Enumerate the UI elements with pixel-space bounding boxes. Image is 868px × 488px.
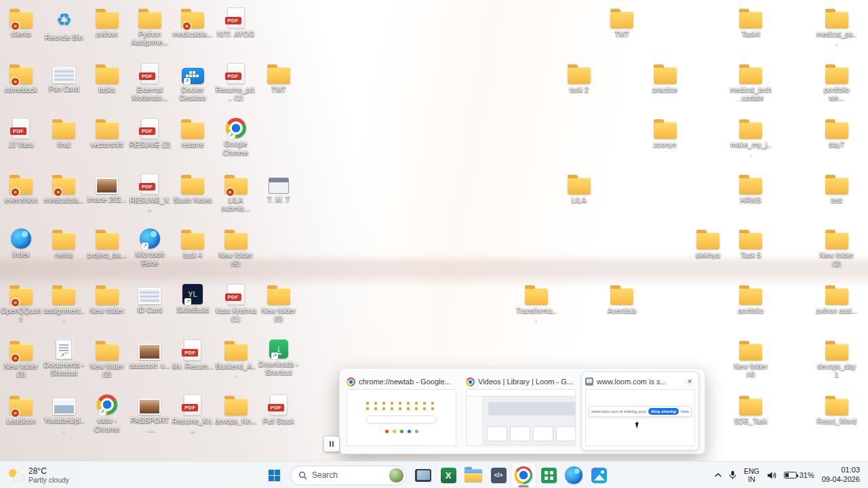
search-input[interactable]: Search <box>290 466 407 485</box>
tray-overflow-button[interactable] <box>711 464 726 486</box>
desktop-icon[interactable]: ID Card <box>129 282 171 335</box>
desktop-icon[interactable]: vectorshift <box>86 116 128 169</box>
desktop-icon[interactable]: × New folder (3) <box>0 338 42 390</box>
desktop-icon[interactable]: SDE_Task <box>730 392 772 445</box>
desktop-icon[interactable]: PDF Resume_pd... (1) <box>215 61 257 114</box>
microphone-in-use-button[interactable] <box>726 464 740 486</box>
desktop-icon[interactable]: × medicalpla... <box>43 171 85 224</box>
desktop-icon[interactable]: ↗ Microsoft Edge <box>129 226 171 279</box>
desktop-icon[interactable]: PASSPORT_... <box>129 392 171 445</box>
desktop-icon[interactable]: PDF External Moderato... <box>129 61 171 114</box>
desktop-icon[interactable]: medical_tech_update <box>730 61 772 114</box>
taskbar-app-excel[interactable]: X <box>436 463 460 487</box>
desktop-icon[interactable]: Pan Card <box>43 61 85 114</box>
desktop-icon[interactable]: ♻ Recycle Bin <box>43 5 85 58</box>
desktop-icon[interactable]: task 4 <box>172 226 214 279</box>
desktop-icon[interactable]: × LILA submis... <box>215 171 257 224</box>
desktop-icon[interactable]: Task 5 <box>730 226 772 279</box>
desktop-icon[interactable]: TMT <box>601 5 643 58</box>
chrome-window-thumbnail-sharing[interactable]: www.loom.com is s... × www.loom.com is s… <box>582 372 698 450</box>
desktop-icon[interactable]: passport_v... <box>129 338 171 390</box>
taskbar-app-file-explorer[interactable] <box>461 463 486 487</box>
desktop-icon[interactable]: ↗ vasu - Chrome <box>86 392 128 445</box>
desktop-icon[interactable]: devops_day1 <box>816 338 858 390</box>
desktop-icon[interactable]: nefria <box>43 226 85 279</box>
desktop-icon[interactable]: PDF My_Resum... <box>172 338 214 390</box>
desktop-icon[interactable]: HRMS <box>730 171 772 224</box>
desktop-icon[interactable]: New folder (2) <box>86 338 128 390</box>
desktop-icon[interactable]: python assi... <box>816 282 858 335</box>
pause-button[interactable] <box>324 436 339 451</box>
desktop-icon[interactable]: restore <box>172 116 214 169</box>
desktop-icon[interactable]: Image 202... <box>86 171 128 224</box>
weather-widget[interactable]: 28°C Partly cloudy <box>3 464 75 487</box>
desktop-icon[interactable]: ↗ Google Chrome <box>215 116 257 169</box>
taskbar-app-edge[interactable] <box>561 463 586 487</box>
desktop-icon[interactable]: assignment... <box>43 282 85 335</box>
desktop-icon[interactable]: × clients <box>0 5 42 58</box>
desktop-icon[interactable]: × medicalpla... <box>172 5 214 58</box>
desktop-icon[interactable]: × comeback <box>0 61 42 114</box>
taskbar-app-chrome[interactable] <box>511 463 536 487</box>
desktop-icon[interactable]: alekhya <box>687 226 729 279</box>
language-switcher[interactable]: ENG IN <box>740 467 764 483</box>
desktop-icon[interactable]: Task4 <box>730 5 772 58</box>
desktop-icon[interactable]: YoutubeUpl... <box>43 392 85 445</box>
desktop-icon[interactable]: PDF NITI_AYOG <box>215 5 257 58</box>
desktop-icon[interactable]: final <box>43 116 85 169</box>
hide-link[interactable]: Hide <box>681 409 689 413</box>
newtab-preview[interactable] <box>347 389 456 446</box>
taskbar-app-dev[interactable]: </> <box>486 463 511 487</box>
desktop-icon[interactable]: × OpenQQuant <box>0 282 42 335</box>
battery-button[interactable]: 31% <box>781 471 818 479</box>
desktop-icon[interactable]: practice <box>644 61 686 114</box>
close-thumbnail-button[interactable]: × <box>684 376 695 387</box>
desktop-icon[interactable]: Aventisia <box>601 282 643 335</box>
loom-library-preview[interactable] <box>466 389 576 446</box>
desktop-icon[interactable]: New folder (2) <box>816 226 858 279</box>
desktop-icon[interactable]: Backend_A... <box>215 338 257 390</box>
desktop-icon[interactable]: Study Notes <box>172 171 214 224</box>
desktop-icon[interactable]: T_M_T <box>258 171 300 224</box>
desktop-icon[interactable]: New folder <box>86 282 128 335</box>
desktop-icon[interactable]: ↓↗ Downloads - Shortcut <box>258 338 300 390</box>
desktop-icon[interactable]: React_Word <box>816 392 858 445</box>
chrome-window-thumbnail-loom[interactable]: Videos | Library | Loom - G... <box>462 372 579 450</box>
desktop-icon[interactable]: zoonyn <box>644 116 686 169</box>
desktop-icon[interactable]: ↗ Documents - Shortcut <box>43 338 85 390</box>
start-button[interactable] <box>262 463 286 487</box>
screen-sharing-preview[interactable]: www.loom.com is sharing your screen Stop… <box>585 389 695 446</box>
desktop-icon[interactable]: portfolio we... <box>816 61 858 114</box>
desktop-icon[interactable]: test <box>816 171 858 224</box>
desktop-icon[interactable]: TMT <box>258 61 300 114</box>
chrome-window-thumbnail-newtab[interactable]: chrome://newtab - Google... <box>343 372 460 450</box>
desktop-icon[interactable]: ↗ Docker Desktop <box>172 61 214 114</box>
desktop-icon[interactable]: PDF Resume_Kri... <box>172 392 214 445</box>
desktop-icon[interactable]: task 2 <box>558 61 600 114</box>
taskbar-app-grid[interactable] <box>536 463 561 487</box>
search-highlights-image[interactable] <box>389 468 403 483</box>
desktop-icon[interactable]: python <box>86 5 128 58</box>
desktop-icon[interactable]: medical_pa... <box>816 5 858 58</box>
desktop-icon[interactable]: Index <box>0 226 42 279</box>
volume-button[interactable] <box>764 464 781 486</box>
desktop-icon[interactable]: PDF RESUME_V... <box>129 171 171 224</box>
desktop-icon[interactable]: PDF Full Stack <box>258 392 300 445</box>
taskbar-app-photos[interactable] <box>587 463 611 487</box>
desktop-icon[interactable]: New folder (5) <box>215 226 257 279</box>
clock[interactable]: 01:03 09-04-2026 <box>818 466 865 485</box>
taskbar-app-monitor[interactable] <box>411 463 435 487</box>
stop-sharing-button[interactable]: Stop sharing <box>648 408 679 415</box>
desktop-icon[interactable]: Python Assignme... <box>129 5 171 58</box>
desktop-icon[interactable]: PDF JJ Vasu <box>0 116 42 169</box>
desktop-icon[interactable]: make_my_j... <box>730 116 772 169</box>
desktop-icon[interactable]: PDF Vasu Krishna (1) <box>215 282 257 335</box>
desktop-icon[interactable]: LILA <box>558 171 600 224</box>
desktop-icon[interactable]: YL↗ SkillsBuild <box>172 282 214 335</box>
desktop-icon[interactable]: day7 <box>816 116 858 169</box>
desktop-icon[interactable]: × LeadIcon <box>0 392 42 445</box>
desktop-icon[interactable]: New folder (4) <box>730 338 772 390</box>
desktop-icon[interactable]: Transforma... <box>515 282 557 335</box>
desktop-icon[interactable]: × everything <box>0 171 42 224</box>
desktop-icon[interactable]: PDF RESUME (2) <box>129 116 171 169</box>
